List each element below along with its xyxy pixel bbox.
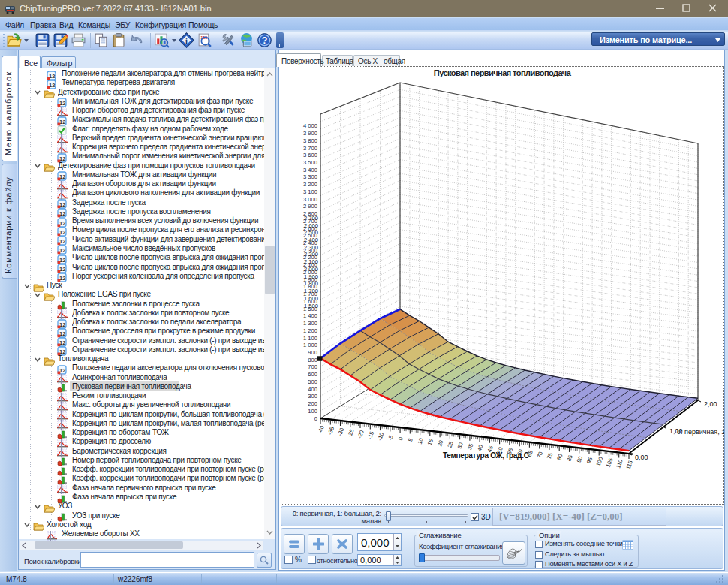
svg-text:2,00: 2,00 [704,400,717,408]
svg-text:0: 0 [314,415,317,422]
svg-text:115: 115 [624,460,634,470]
svg-text:3 600: 3 600 [303,152,317,158]
svg-text:30: 30 [456,442,465,450]
svg-text:300: 300 [308,393,317,400]
svg-text:500: 500 [308,378,317,385]
svg-text:3 700: 3 700 [303,145,317,152]
svg-text:3 500: 3 500 [303,159,317,166]
svg-text:200: 200 [308,400,317,407]
svg-text:3 100: 3 100 [303,188,317,195]
svg-text:95: 95 [585,457,594,465]
svg-text:20: 20 [436,439,444,448]
svg-text:75: 75 [546,452,554,460]
svg-text:-10: -10 [376,432,385,442]
svg-text:0: 0 [397,436,405,442]
svg-text:3 000: 3 000 [303,196,317,203]
svg-text:2 800: 2 800 [303,210,317,217]
svg-text:15: 15 [426,438,435,446]
svg-text:80: 80 [555,453,564,461]
svg-text:5: 5 [407,437,414,442]
svg-text:600: 600 [308,371,317,378]
svg-text:-5: -5 [387,434,395,441]
svg-text:10: 10 [417,437,425,445]
svg-text:3 200: 3 200 [303,181,317,188]
svg-text:35: 35 [466,442,474,451]
svg-text:1 200: 1 200 [303,327,317,334]
svg-text:-20: -20 [356,430,366,439]
svg-text:1 300: 1 300 [303,320,317,327]
svg-text:?: ? [262,35,268,46]
svg-text:-35: -35 [326,426,335,436]
svg-text:3 400: 3 400 [303,167,317,173]
svg-text:100: 100 [594,456,604,467]
svg-text:90: 90 [576,455,584,463]
svg-text:-15: -15 [366,430,375,440]
svg-text:0,00: 0,00 [635,454,648,461]
svg-text:-30: -30 [336,427,345,437]
svg-text:800: 800 [308,357,317,363]
svg-text:1 100: 1 100 [303,335,317,342]
svg-text:Температура ОЖ, град.С: Температура ОЖ, град.С [443,451,529,460]
svg-text:0: первичная, 1:: 0: первичная, 1: [677,428,724,436]
svg-text:Пусковая первичная топливопода: Пусковая первичная топливоподача [434,68,572,77]
svg-text:i: i [185,37,188,45]
svg-text:100: 100 [308,408,317,415]
svg-text:110: 110 [615,458,624,469]
svg-text:25: 25 [446,440,454,448]
svg-text:3 300: 3 300 [303,173,317,180]
svg-text:-40: -40 [317,425,326,435]
svg-text:-25: -25 [346,428,355,438]
svg-text:3 900: 3 900 [303,130,317,137]
svg-text:4 000: 4 000 [303,122,317,129]
svg-text:900: 900 [308,349,317,356]
svg-text:400: 400 [308,386,317,393]
svg-text:1 000: 1 000 [303,342,317,348]
svg-text:3 800: 3 800 [303,137,317,144]
svg-text:2 900: 2 900 [303,203,317,210]
svg-text:700: 700 [308,363,317,370]
svg-text:1 400: 1 400 [303,312,317,319]
svg-text:85: 85 [565,454,573,463]
svg-text:70: 70 [536,451,544,459]
svg-text:105: 105 [605,457,615,469]
